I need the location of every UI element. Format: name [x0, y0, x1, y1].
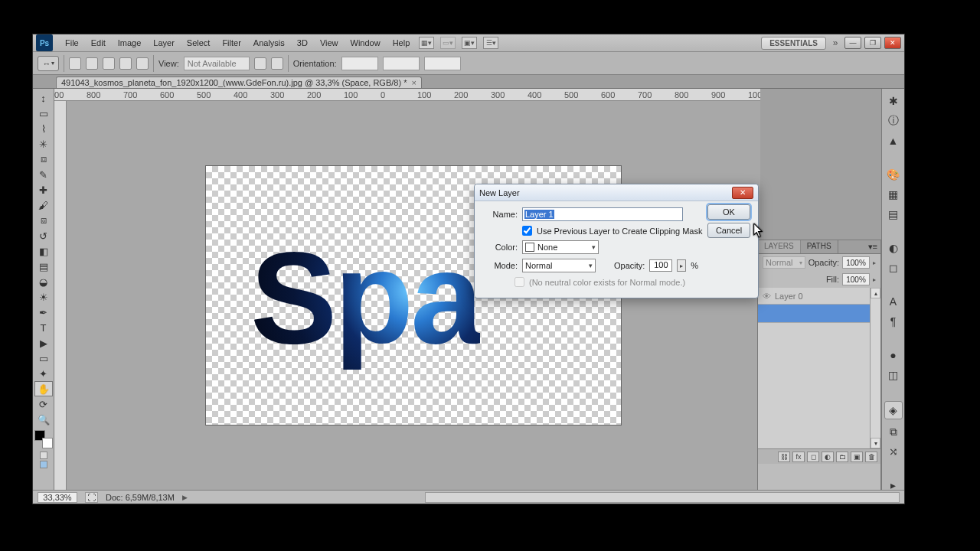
menu-file[interactable]: File: [59, 38, 85, 47]
cancel-button[interactable]: Cancel: [707, 223, 750, 238]
workspace-switcher[interactable]: ESSENTIALS: [761, 37, 826, 50]
styles-panel-icon[interactable]: ▤: [885, 207, 902, 222]
link-layers-icon[interactable]: ⛓: [778, 452, 790, 462]
close-tab-icon[interactable]: ×: [411, 78, 416, 87]
swatches-panel-icon[interactable]: ▦: [885, 187, 902, 202]
blend-mode-dropdown[interactable]: Normal ▾: [522, 259, 596, 272]
fill-flyout-icon[interactable]: ▸: [873, 276, 876, 283]
fill-value[interactable]: 100%: [842, 273, 870, 285]
layer-mask-icon[interactable]: ◻: [807, 452, 819, 462]
shape-tool-icon[interactable]: ▭: [34, 350, 53, 366]
blur-tool-icon[interactable]: ◒: [34, 274, 53, 289]
menu-filter[interactable]: Filter: [216, 38, 247, 47]
option-icon-7[interactable]: [271, 57, 283, 70]
launch-bridge-icon[interactable]: ▦▾: [419, 37, 434, 49]
orientation-field-3[interactable]: [424, 57, 461, 70]
layer-style-icon[interactable]: fx: [792, 452, 805, 462]
new-layer-icon[interactable]: ▣: [851, 452, 863, 462]
layer-color-dropdown[interactable]: None ▾: [522, 240, 599, 254]
blend-mode-dropdown[interactable]: Normal▾: [763, 256, 805, 269]
paths-panel-icon[interactable]: ⤭: [885, 444, 902, 459]
tool-preset-picker[interactable]: ↔▾: [38, 56, 59, 71]
menu-window[interactable]: Window: [345, 38, 387, 47]
channels-panel-icon[interactable]: ⧉: [885, 424, 902, 439]
option-icon-6[interactable]: [254, 57, 266, 70]
clone-stamp-tool-icon[interactable]: ⧇: [34, 213, 53, 228]
adjustments-panel-icon[interactable]: ◐: [885, 240, 902, 256]
extras-icon[interactable]: ☰▾: [483, 37, 498, 49]
move-tool-icon[interactable]: ↕: [34, 90, 53, 106]
clone-source-panel-icon[interactable]: ◫: [885, 367, 902, 383]
window-close-button[interactable]: ✕: [884, 37, 901, 49]
type-tool-icon[interactable]: T: [34, 320, 53, 335]
eraser-tool-icon[interactable]: ◧: [34, 243, 53, 259]
menu-view[interactable]: View: [314, 38, 345, 47]
view-dropdown[interactable]: Not Available: [184, 57, 250, 70]
healing-brush-tool-icon[interactable]: ✚: [34, 182, 53, 197]
layer-row[interactable]: 👁 Layer 0: [758, 288, 880, 305]
layer-list-scrollbar[interactable]: ▴ ▾: [870, 288, 880, 448]
tab-paths[interactable]: PATHS: [801, 240, 838, 253]
layer-visibility-icon[interactable]: 👁: [761, 292, 772, 301]
expand-panels-icon[interactable]: »: [829, 37, 841, 49]
navigator-panel-icon[interactable]: ✱: [885, 93, 902, 109]
scroll-up-icon[interactable]: ▴: [871, 288, 880, 298]
screen-mode-icon[interactable]: ▣▾: [462, 37, 477, 49]
option-icon-1[interactable]: [69, 57, 81, 70]
marquee-tool-icon[interactable]: ▭: [34, 106, 53, 121]
layer-group-icon[interactable]: 🗀: [836, 452, 848, 462]
expand-status-icon[interactable]: ⛶: [85, 492, 98, 503]
lasso-tool-icon[interactable]: ⌇: [34, 121, 53, 136]
path-selection-tool-icon[interactable]: ▶: [34, 335, 53, 350]
document-tab[interactable]: 491043_kosmos_planeta_fon_1920x1200_(www…: [56, 77, 422, 88]
panel-menu-icon[interactable]: ▾≡: [865, 240, 880, 253]
tab-layers[interactable]: LAYERS: [758, 240, 801, 253]
menu-edit[interactable]: Edit: [85, 38, 112, 47]
menu-3d[interactable]: 3D: [291, 38, 314, 47]
menu-image[interactable]: Image: [112, 38, 148, 47]
menu-select[interactable]: Select: [181, 38, 217, 47]
menu-analysis[interactable]: Analysis: [247, 38, 291, 47]
crop-tool-icon[interactable]: ⧈: [34, 152, 53, 167]
window-minimize-button[interactable]: —: [844, 37, 861, 49]
layer-row-selected[interactable]: [758, 305, 880, 323]
option-icon-5[interactable]: [136, 57, 149, 70]
opacity-flyout-icon[interactable]: ▸: [873, 259, 876, 266]
option-icon-2[interactable]: [86, 57, 98, 70]
magic-wand-tool-icon[interactable]: ✳: [34, 136, 53, 152]
dialog-titlebar[interactable]: New Layer ✕: [475, 184, 758, 201]
window-restore-button[interactable]: ❐: [864, 37, 881, 49]
pen-tool-icon[interactable]: ✒: [34, 305, 53, 320]
option-icon-3[interactable]: [103, 57, 115, 70]
masks-panel-icon[interactable]: ◻: [885, 260, 902, 276]
delete-layer-icon[interactable]: 🗑: [865, 452, 877, 462]
character-panel-icon[interactable]: A: [885, 294, 902, 309]
history-brush-tool-icon[interactable]: ↺: [34, 228, 53, 243]
ok-button[interactable]: OK: [707, 204, 750, 220]
quick-mask-toggle[interactable]: [34, 452, 53, 473]
foreground-background-colors[interactable]: [34, 430, 53, 448]
eyedropper-tool-icon[interactable]: ✎: [34, 167, 53, 182]
hand-tool-icon[interactable]: ✋: [34, 381, 53, 396]
horizontal-scrollbar[interactable]: [425, 492, 900, 503]
menu-layer[interactable]: Layer: [147, 38, 181, 47]
layers-panel-icon[interactable]: ◈: [884, 401, 903, 419]
menu-help[interactable]: Help: [387, 38, 416, 47]
zoom-level-field[interactable]: 33,33%: [38, 492, 77, 503]
brush-tool-icon[interactable]: 🖌: [34, 197, 53, 213]
3d-tool-icon[interactable]: ✦: [34, 366, 53, 381]
paragraph-panel-icon[interactable]: ¶: [885, 314, 902, 329]
arrange-documents-icon[interactable]: ▭▾: [440, 37, 456, 49]
option-icon-4[interactable]: [119, 57, 132, 70]
dialog-close-button[interactable]: ✕: [732, 187, 753, 199]
orientation-field-1[interactable]: [341, 57, 378, 70]
brush-panel-icon[interactable]: ●: [885, 347, 902, 363]
adjustment-layer-icon[interactable]: ◐: [822, 452, 834, 462]
info-panel-icon[interactable]: ⓘ: [885, 113, 902, 129]
histogram-panel-icon[interactable]: ▲: [885, 133, 902, 148]
gradient-tool-icon[interactable]: ▤: [34, 259, 53, 274]
opacity-value[interactable]: 100%: [842, 256, 870, 269]
color-panel-icon[interactable]: 🎨: [885, 167, 902, 182]
doc-info-flyout-icon[interactable]: ▶: [182, 494, 188, 501]
orientation-field-2[interactable]: [383, 57, 420, 70]
